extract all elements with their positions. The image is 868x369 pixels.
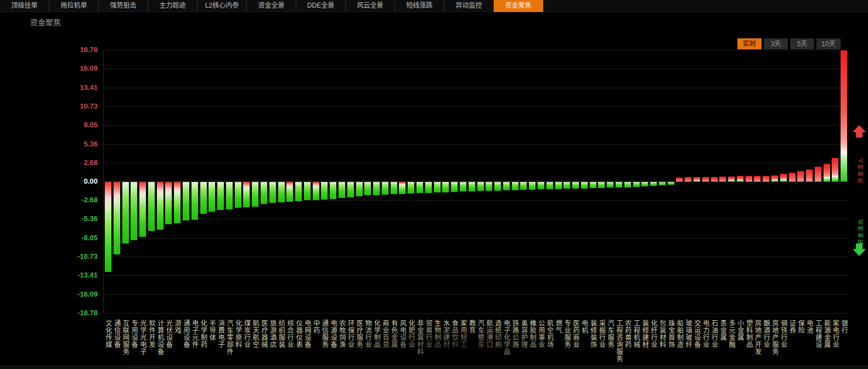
- chart-bar[interactable]: [416, 182, 423, 193]
- chart-bar[interactable]: [737, 176, 743, 181]
- chart-bar[interactable]: [529, 182, 536, 190]
- chart-bar[interactable]: [546, 182, 553, 189]
- chart-bar[interactable]: [364, 182, 371, 195]
- chart-bar[interactable]: [702, 177, 709, 181]
- chart-bar[interactable]: [408, 182, 414, 194]
- chart-bar[interactable]: [286, 182, 293, 202]
- chart-bar[interactable]: [469, 182, 475, 191]
- chart-bar[interactable]: [399, 182, 405, 194]
- chart-bar[interactable]: [191, 182, 198, 220]
- chart-bar[interactable]: [139, 182, 146, 237]
- chart-bar[interactable]: [538, 182, 544, 189]
- tab-5[interactable]: 资金全景: [247, 0, 296, 12]
- chart-bar[interactable]: [330, 182, 336, 199]
- chart-bar[interactable]: [771, 175, 778, 181]
- chart-bar[interactable]: [780, 174, 787, 181]
- chart-bar[interactable]: [806, 169, 813, 181]
- chart-bar[interactable]: [373, 182, 380, 195]
- chart-bar[interactable]: [824, 164, 830, 181]
- chart-bar[interactable]: [832, 158, 838, 181]
- chart-bar[interactable]: [797, 171, 804, 181]
- chart-bar[interactable]: [217, 182, 224, 210]
- chart-bar[interactable]: [114, 182, 120, 254]
- chart-bar[interactable]: [711, 177, 718, 181]
- chart-bar[interactable]: [148, 182, 155, 231]
- chart-bar[interactable]: [763, 176, 769, 181]
- chart-bar[interactable]: [226, 182, 233, 209]
- chart-bar[interactable]: [442, 182, 449, 192]
- chart-bar[interactable]: [694, 177, 700, 181]
- chart-bar[interactable]: [460, 182, 466, 191]
- chart-bar[interactable]: [641, 182, 648, 186]
- chart-bar[interactable]: [572, 182, 579, 189]
- period-3d-button[interactable]: 3天: [764, 38, 788, 49]
- chart-bar[interactable]: [494, 182, 501, 191]
- chart-bar[interactable]: [165, 182, 172, 224]
- chart-bar[interactable]: [200, 182, 207, 214]
- chart-bar[interactable]: [650, 182, 657, 186]
- chart-bar[interactable]: [563, 182, 570, 189]
- chart-bar[interactable]: [624, 182, 631, 188]
- chart-bar[interactable]: [174, 182, 181, 223]
- tab-8[interactable]: 短线涨跌: [395, 0, 444, 12]
- tab-10[interactable]: 资金聚焦: [494, 0, 543, 12]
- chart-bar[interactable]: [590, 182, 596, 188]
- tab-0[interactable]: 顶级挂单: [0, 0, 49, 12]
- tab-7[interactable]: 风云全景: [346, 0, 395, 12]
- chart-bar[interactable]: [754, 176, 760, 181]
- chart-bar[interactable]: [789, 173, 796, 181]
- tab-3[interactable]: 主力踪迹: [148, 0, 198, 12]
- chart-bar[interactable]: [581, 182, 588, 189]
- chart-bar[interactable]: [183, 182, 189, 220]
- chart-bar[interactable]: [425, 182, 432, 193]
- chart-bar[interactable]: [668, 182, 674, 185]
- tab-9[interactable]: 异动监控: [444, 0, 494, 12]
- chart-bar[interactable]: [520, 182, 527, 190]
- chart-bar[interactable]: [321, 182, 328, 200]
- chart-bar[interactable]: [676, 178, 683, 181]
- chart-bar[interactable]: [477, 182, 484, 191]
- chart-bar[interactable]: [434, 182, 441, 192]
- chart-bar[interactable]: [391, 182, 397, 194]
- chart-bar[interactable]: [339, 182, 345, 198]
- chart-bar[interactable]: [261, 182, 267, 204]
- chart-bar[interactable]: [451, 182, 458, 192]
- tab-4[interactable]: L2核心内参: [198, 0, 247, 12]
- chart-bar[interactable]: [304, 182, 311, 200]
- chart-bar[interactable]: [131, 182, 137, 240]
- chart-bar[interactable]: [503, 182, 510, 190]
- chart-bar[interactable]: [295, 182, 302, 201]
- chart-bar[interactable]: [105, 182, 111, 272]
- chart-bar[interactable]: [633, 182, 640, 187]
- period-realtime-button[interactable]: 实时: [737, 38, 762, 49]
- chart-bar[interactable]: [313, 182, 319, 200]
- chart-bar[interactable]: [607, 182, 613, 188]
- chart-bar[interactable]: [486, 182, 492, 191]
- chart-bar[interactable]: [616, 182, 622, 188]
- chart-bar[interactable]: [243, 182, 250, 207]
- chart-bar[interactable]: [252, 182, 258, 207]
- chart-bar[interactable]: [157, 182, 164, 230]
- chart-bar[interactable]: [598, 182, 605, 188]
- chart-bar[interactable]: [208, 182, 215, 212]
- period-10d-button[interactable]: 10天: [816, 38, 841, 49]
- chart-bar[interactable]: [746, 176, 752, 181]
- chart-bar[interactable]: [269, 182, 276, 203]
- chart-bar[interactable]: [555, 182, 562, 189]
- chart-bar[interactable]: [685, 177, 691, 181]
- tab-2[interactable]: 强势狙击: [99, 0, 148, 12]
- chart-bar[interactable]: [659, 182, 666, 185]
- chart-bar[interactable]: [356, 182, 363, 196]
- tab-1[interactable]: 拖拉机单: [49, 0, 99, 12]
- chart-bar[interactable]: [512, 182, 518, 190]
- chart-bar[interactable]: [278, 182, 285, 202]
- chart-bar[interactable]: [841, 50, 847, 181]
- chart-bar[interactable]: [235, 182, 241, 208]
- chart-bar[interactable]: [728, 177, 735, 181]
- chart-bar[interactable]: [719, 177, 726, 181]
- tab-6[interactable]: DDE全景: [296, 0, 346, 12]
- chart-bar[interactable]: [347, 182, 354, 197]
- chart-bar[interactable]: [382, 182, 388, 195]
- period-5d-button[interactable]: 5天: [790, 38, 814, 49]
- chart-bar[interactable]: [122, 182, 129, 243]
